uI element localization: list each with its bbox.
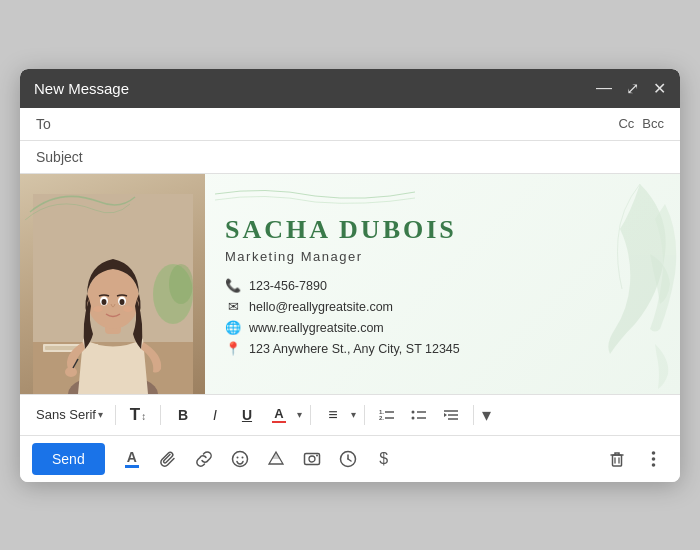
svg-point-47 [651,463,655,467]
signature-contact: 📞 123-456-7890 ✉ hello@reallygreatsite.c… [225,278,664,357]
link-button[interactable] [189,444,219,474]
to-row: To Cc Bcc [20,108,680,141]
font-size-icon: T ↕ [130,405,146,425]
bcc-button[interactable]: Bcc [642,116,664,131]
svg-point-45 [651,451,655,455]
svg-point-32 [241,456,243,458]
font-color-button[interactable]: A [265,401,293,429]
subject-row: Subject [20,141,680,174]
person-photo [20,174,205,394]
dollar-icon: $ [379,450,388,468]
trash-icon [608,450,626,468]
svg-point-13 [101,299,106,305]
email-row: ✉ hello@reallygreatsite.com [225,299,664,315]
signature-job-title: Marketing Manager [225,249,664,264]
photo-button[interactable] [297,444,327,474]
svg-point-31 [236,456,238,458]
signature-card: SACHA DUBOIS Marketing Manager 📞 123-456… [20,174,680,394]
svg-point-5 [169,264,193,304]
location-icon: 📍 [225,341,241,357]
attach-icon [159,450,177,468]
to-label: To [36,116,86,132]
font-family-chevron: ▾ [98,409,103,420]
sep-1 [115,405,116,425]
font-family-select[interactable]: Sans Serif ▾ [32,405,107,424]
indent-icon [443,407,459,423]
close-button[interactable]: ✕ [653,79,666,98]
bottom-toolbar: Send A [20,436,680,482]
bullet-list-icon [411,407,427,423]
emoji-button[interactable] [225,444,255,474]
email-value: hello@reallygreatsite.com [249,300,393,314]
svg-point-14 [119,299,124,305]
svg-point-46 [651,457,655,461]
email-icon: ✉ [225,299,241,315]
svg-marker-34 [272,452,280,459]
svg-point-15 [93,306,103,312]
to-input[interactable] [86,116,618,132]
dollar-button[interactable]: $ [369,444,399,474]
website-value: www.reallygreatsite.com [249,321,384,335]
sep-2 [160,405,161,425]
photo-icon [303,450,321,468]
svg-marker-29 [444,413,447,417]
cc-bcc-controls: Cc Bcc [618,116,664,131]
minimize-button[interactable]: — [596,79,612,97]
numbered-list-icon: 1. 2. [379,407,395,423]
subject-input[interactable] [86,149,664,165]
signature-area: SACHA DUBOIS Marketing Manager 📞 123-456… [20,174,680,394]
svg-point-16 [123,306,133,312]
underline-button[interactable]: U [233,401,261,429]
drive-icon [267,450,285,468]
svg-point-23 [411,416,414,419]
address-value: 123 Anywhere St., Any City, ST 12345 [249,342,460,356]
trash-button[interactable] [602,444,632,474]
phone-row: 📞 123-456-7890 [225,278,664,294]
more-dots-icon [651,450,656,468]
subject-label: Subject [36,149,86,165]
window-controls: — ⤢ ✕ [596,79,666,98]
svg-point-7 [65,367,77,377]
globe-icon: 🌐 [225,320,241,336]
send-button[interactable]: Send [32,443,105,475]
bullet-list-button[interactable] [405,401,433,429]
svg-point-10 [87,269,139,329]
phone-icon: 📞 [225,278,241,294]
signature-content: SACHA DUBOIS Marketing Manager 📞 123-456… [205,174,680,394]
signature-photo [20,174,205,394]
phone-value: 123-456-7890 [249,279,327,293]
more-button[interactable] [638,444,668,474]
sep-5 [473,405,474,425]
font-color-chevron[interactable]: ▾ [297,409,302,420]
link-icon [195,450,213,468]
drive-button[interactable] [261,444,291,474]
more-formatting-button[interactable]: ▾ [482,404,491,426]
indent-button[interactable] [437,401,465,429]
formatting-toolbar: Sans Serif ▾ T ↕ B I U A ▾ ≡ ▾ [20,394,680,436]
align-button[interactable]: ≡ [319,401,347,429]
website-row: 🌐 www.reallygreatsite.com [225,320,664,336]
italic-button[interactable]: I [201,401,229,429]
maximize-button[interactable]: ⤢ [626,79,639,98]
address-row: 📍 123 Anywhere St., Any City, ST 12345 [225,341,664,357]
font-family-label: Sans Serif [36,407,96,422]
format-text-button[interactable]: A [117,444,147,474]
svg-point-37 [309,456,315,462]
svg-text:2.: 2. [379,415,384,421]
svg-line-41 [348,459,351,461]
titlebar: New Message — ⤢ ✕ [20,69,680,108]
format-text-icon: A [125,449,139,468]
clock-icon [339,450,357,468]
bold-button[interactable]: B [169,401,197,429]
numbered-list-button[interactable]: 1. 2. [373,401,401,429]
font-color-icon: A [272,407,286,423]
svg-point-38 [316,454,318,456]
cc-button[interactable]: Cc [618,116,634,131]
emoji-icon [231,450,249,468]
align-chevron[interactable]: ▾ [351,409,356,420]
font-size-button[interactable]: T ↕ [124,401,152,429]
attach-button[interactable] [153,444,183,474]
more-insert-button[interactable] [333,444,363,474]
svg-point-21 [411,410,414,413]
window-title: New Message [34,80,129,97]
